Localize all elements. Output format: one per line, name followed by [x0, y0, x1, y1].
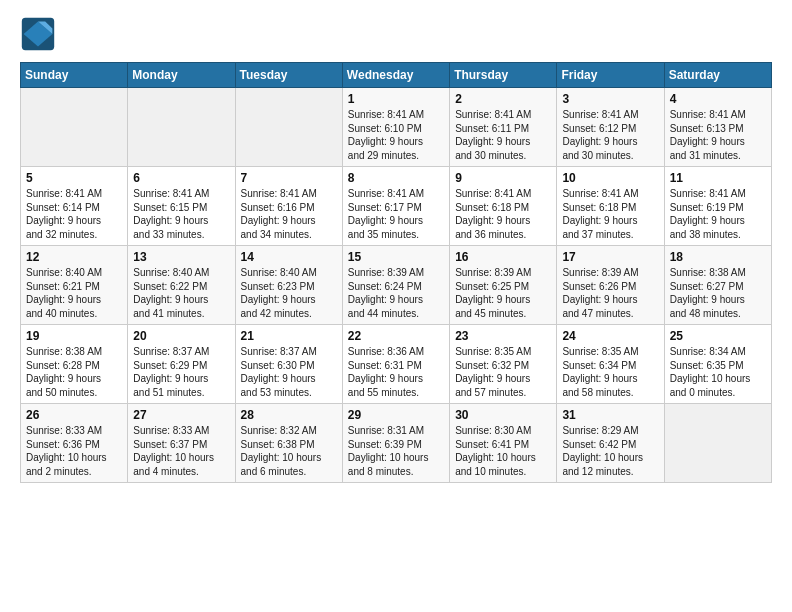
calendar-cell: 5Sunrise: 8:41 AM Sunset: 6:14 PM Daylig… [21, 167, 128, 246]
calendar-cell: 17Sunrise: 8:39 AM Sunset: 6:26 PM Dayli… [557, 246, 664, 325]
calendar-cell: 4Sunrise: 8:41 AM Sunset: 6:13 PM Daylig… [664, 88, 771, 167]
weekday-header: Sunday [21, 63, 128, 88]
logo-icon [20, 16, 56, 52]
page-container: SundayMondayTuesdayWednesdayThursdayFrid… [0, 0, 792, 493]
day-info: Sunrise: 8:41 AM Sunset: 6:11 PM Dayligh… [455, 108, 551, 162]
day-number: 7 [241, 171, 337, 185]
calendar-cell: 28Sunrise: 8:32 AM Sunset: 6:38 PM Dayli… [235, 404, 342, 483]
day-number: 22 [348, 329, 444, 343]
day-number: 17 [562, 250, 658, 264]
calendar-week-row: 12Sunrise: 8:40 AM Sunset: 6:21 PM Dayli… [21, 246, 772, 325]
day-info: Sunrise: 8:41 AM Sunset: 6:15 PM Dayligh… [133, 187, 229, 241]
calendar-cell: 9Sunrise: 8:41 AM Sunset: 6:18 PM Daylig… [450, 167, 557, 246]
day-info: Sunrise: 8:36 AM Sunset: 6:31 PM Dayligh… [348, 345, 444, 399]
day-number: 16 [455, 250, 551, 264]
weekday-header: Tuesday [235, 63, 342, 88]
calendar-table: SundayMondayTuesdayWednesdayThursdayFrid… [20, 62, 772, 483]
calendar-cell: 12Sunrise: 8:40 AM Sunset: 6:21 PM Dayli… [21, 246, 128, 325]
day-number: 27 [133, 408, 229, 422]
day-info: Sunrise: 8:41 AM Sunset: 6:16 PM Dayligh… [241, 187, 337, 241]
calendar-header: SundayMondayTuesdayWednesdayThursdayFrid… [21, 63, 772, 88]
weekday-header: Saturday [664, 63, 771, 88]
calendar-cell [235, 88, 342, 167]
calendar-cell: 23Sunrise: 8:35 AM Sunset: 6:32 PM Dayli… [450, 325, 557, 404]
calendar-cell: 30Sunrise: 8:30 AM Sunset: 6:41 PM Dayli… [450, 404, 557, 483]
day-number: 26 [26, 408, 122, 422]
calendar-cell: 19Sunrise: 8:38 AM Sunset: 6:28 PM Dayli… [21, 325, 128, 404]
calendar-cell: 10Sunrise: 8:41 AM Sunset: 6:18 PM Dayli… [557, 167, 664, 246]
day-number: 31 [562, 408, 658, 422]
day-info: Sunrise: 8:39 AM Sunset: 6:26 PM Dayligh… [562, 266, 658, 320]
calendar-cell: 3Sunrise: 8:41 AM Sunset: 6:12 PM Daylig… [557, 88, 664, 167]
weekday-header: Monday [128, 63, 235, 88]
calendar-cell: 11Sunrise: 8:41 AM Sunset: 6:19 PM Dayli… [664, 167, 771, 246]
day-info: Sunrise: 8:38 AM Sunset: 6:27 PM Dayligh… [670, 266, 766, 320]
calendar-cell: 21Sunrise: 8:37 AM Sunset: 6:30 PM Dayli… [235, 325, 342, 404]
day-number: 9 [455, 171, 551, 185]
calendar-cell: 18Sunrise: 8:38 AM Sunset: 6:27 PM Dayli… [664, 246, 771, 325]
day-info: Sunrise: 8:33 AM Sunset: 6:36 PM Dayligh… [26, 424, 122, 478]
calendar-cell: 29Sunrise: 8:31 AM Sunset: 6:39 PM Dayli… [342, 404, 449, 483]
calendar-cell: 27Sunrise: 8:33 AM Sunset: 6:37 PM Dayli… [128, 404, 235, 483]
day-info: Sunrise: 8:29 AM Sunset: 6:42 PM Dayligh… [562, 424, 658, 478]
day-number: 29 [348, 408, 444, 422]
day-number: 12 [26, 250, 122, 264]
day-number: 8 [348, 171, 444, 185]
day-info: Sunrise: 8:39 AM Sunset: 6:24 PM Dayligh… [348, 266, 444, 320]
day-number: 3 [562, 92, 658, 106]
day-number: 11 [670, 171, 766, 185]
calendar-cell: 2Sunrise: 8:41 AM Sunset: 6:11 PM Daylig… [450, 88, 557, 167]
calendar-week-row: 19Sunrise: 8:38 AM Sunset: 6:28 PM Dayli… [21, 325, 772, 404]
day-info: Sunrise: 8:31 AM Sunset: 6:39 PM Dayligh… [348, 424, 444, 478]
day-info: Sunrise: 8:40 AM Sunset: 6:21 PM Dayligh… [26, 266, 122, 320]
day-info: Sunrise: 8:34 AM Sunset: 6:35 PM Dayligh… [670, 345, 766, 399]
calendar-cell: 1Sunrise: 8:41 AM Sunset: 6:10 PM Daylig… [342, 88, 449, 167]
day-number: 20 [133, 329, 229, 343]
calendar-cell: 20Sunrise: 8:37 AM Sunset: 6:29 PM Dayli… [128, 325, 235, 404]
day-number: 2 [455, 92, 551, 106]
day-info: Sunrise: 8:38 AM Sunset: 6:28 PM Dayligh… [26, 345, 122, 399]
calendar-week-row: 1Sunrise: 8:41 AM Sunset: 6:10 PM Daylig… [21, 88, 772, 167]
calendar-cell: 26Sunrise: 8:33 AM Sunset: 6:36 PM Dayli… [21, 404, 128, 483]
day-number: 21 [241, 329, 337, 343]
day-number: 19 [26, 329, 122, 343]
calendar-week-row: 5Sunrise: 8:41 AM Sunset: 6:14 PM Daylig… [21, 167, 772, 246]
weekday-row: SundayMondayTuesdayWednesdayThursdayFrid… [21, 63, 772, 88]
day-number: 10 [562, 171, 658, 185]
day-info: Sunrise: 8:30 AM Sunset: 6:41 PM Dayligh… [455, 424, 551, 478]
calendar-cell: 22Sunrise: 8:36 AM Sunset: 6:31 PM Dayli… [342, 325, 449, 404]
day-info: Sunrise: 8:39 AM Sunset: 6:25 PM Dayligh… [455, 266, 551, 320]
day-number: 28 [241, 408, 337, 422]
day-number: 15 [348, 250, 444, 264]
day-info: Sunrise: 8:40 AM Sunset: 6:23 PM Dayligh… [241, 266, 337, 320]
calendar-cell: 24Sunrise: 8:35 AM Sunset: 6:34 PM Dayli… [557, 325, 664, 404]
day-number: 13 [133, 250, 229, 264]
day-info: Sunrise: 8:41 AM Sunset: 6:12 PM Dayligh… [562, 108, 658, 162]
weekday-header: Wednesday [342, 63, 449, 88]
day-info: Sunrise: 8:37 AM Sunset: 6:29 PM Dayligh… [133, 345, 229, 399]
weekday-header: Thursday [450, 63, 557, 88]
calendar-cell: 25Sunrise: 8:34 AM Sunset: 6:35 PM Dayli… [664, 325, 771, 404]
day-number: 14 [241, 250, 337, 264]
page-header [20, 16, 772, 52]
calendar-body: 1Sunrise: 8:41 AM Sunset: 6:10 PM Daylig… [21, 88, 772, 483]
day-number: 1 [348, 92, 444, 106]
calendar-cell [128, 88, 235, 167]
day-number: 6 [133, 171, 229, 185]
day-info: Sunrise: 8:41 AM Sunset: 6:18 PM Dayligh… [562, 187, 658, 241]
calendar-cell: 14Sunrise: 8:40 AM Sunset: 6:23 PM Dayli… [235, 246, 342, 325]
calendar-cell: 7Sunrise: 8:41 AM Sunset: 6:16 PM Daylig… [235, 167, 342, 246]
day-info: Sunrise: 8:41 AM Sunset: 6:17 PM Dayligh… [348, 187, 444, 241]
day-info: Sunrise: 8:32 AM Sunset: 6:38 PM Dayligh… [241, 424, 337, 478]
day-number: 24 [562, 329, 658, 343]
calendar-cell [664, 404, 771, 483]
day-info: Sunrise: 8:33 AM Sunset: 6:37 PM Dayligh… [133, 424, 229, 478]
calendar-cell: 15Sunrise: 8:39 AM Sunset: 6:24 PM Dayli… [342, 246, 449, 325]
calendar-cell: 31Sunrise: 8:29 AM Sunset: 6:42 PM Dayli… [557, 404, 664, 483]
calendar-cell: 8Sunrise: 8:41 AM Sunset: 6:17 PM Daylig… [342, 167, 449, 246]
day-number: 4 [670, 92, 766, 106]
calendar-cell: 13Sunrise: 8:40 AM Sunset: 6:22 PM Dayli… [128, 246, 235, 325]
day-number: 30 [455, 408, 551, 422]
day-number: 25 [670, 329, 766, 343]
day-info: Sunrise: 8:41 AM Sunset: 6:14 PM Dayligh… [26, 187, 122, 241]
